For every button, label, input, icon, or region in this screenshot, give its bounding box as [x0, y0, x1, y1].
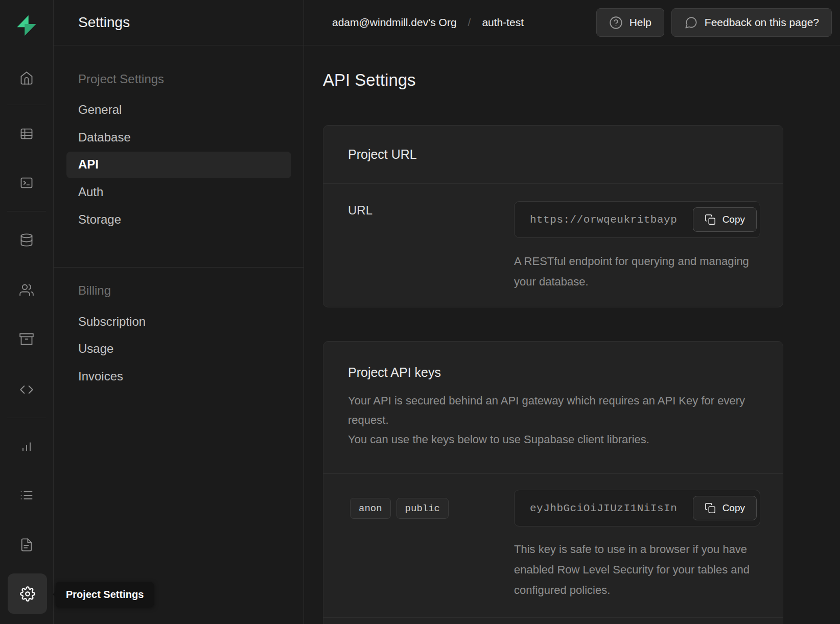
anon-key-value: eyJhbGciOiJIUzI1NiIsIn: [515, 502, 677, 514]
speech-bubble-icon: [684, 16, 698, 30]
nav-item-auth[interactable]: Auth: [78, 185, 103, 199]
project-url-value: https://orwqeukritbayp: [515, 214, 677, 226]
settings-gear-icon[interactable]: [8, 573, 47, 614]
nav-item-general[interactable]: General: [78, 103, 122, 117]
copy-anon-key-button[interactable]: Copy: [693, 496, 757, 520]
nav-header: Settings: [54, 0, 304, 45]
api-keys-intro-2: You can use the keys below to use Supaba…: [348, 430, 763, 449]
nav-active-highlight: [66, 152, 291, 178]
help-button-label: Help: [629, 16, 651, 29]
nav-item-invoices[interactable]: Invoices: [78, 369, 123, 383]
auth-users-icon[interactable]: [12, 276, 41, 304]
copy-url-button[interactable]: Copy: [693, 207, 757, 232]
api-keys-card-title: Project API keys: [348, 365, 441, 380]
nav-section-project-settings: Project Settings: [78, 72, 164, 86]
feedback-button[interactable]: Feedback on this page?: [671, 8, 832, 37]
copy-url-label: Copy: [722, 214, 745, 225]
icon-rail: [0, 0, 54, 624]
project-api-keys-card: Project API keys Your API is secured beh…: [323, 341, 783, 624]
breadcrumb-org[interactable]: adam@windmill.dev's Org: [332, 16, 457, 29]
logs-list-icon[interactable]: [12, 481, 41, 510]
project-url-card-header: Project URL: [323, 126, 783, 184]
tooltip-label: Project Settings: [66, 589, 144, 601]
help-button[interactable]: Help: [596, 8, 664, 37]
api-keys-card-header: Project API keys Your API is secured beh…: [323, 342, 783, 474]
rail-divider: [7, 211, 46, 211]
nav-title: Settings: [78, 14, 130, 31]
database-icon[interactable]: [12, 226, 41, 254]
functions-code-icon[interactable]: [12, 375, 41, 404]
copy-icon: [705, 502, 716, 514]
nav-item-api[interactable]: API: [78, 157, 99, 172]
anon-key-input[interactable]: eyJhbGciOiJIUzI1NiIsIn Copy: [514, 490, 760, 526]
nav-item-subscription[interactable]: Subscription: [78, 315, 146, 329]
api-keys-intro-1: Your API is secured behind an API gatewa…: [348, 391, 763, 430]
rail-divider: [7, 418, 46, 418]
nav-divider: [54, 267, 304, 268]
anon-badge: anon: [350, 498, 391, 519]
project-url-input[interactable]: https://orwqeukritbayp Copy: [514, 201, 760, 238]
settings-nav-panel: Settings Project Settings General Databa…: [54, 0, 304, 624]
supabase-logo[interactable]: [14, 13, 39, 38]
nav-item-database[interactable]: Database: [78, 130, 131, 145]
docs-file-icon[interactable]: [12, 531, 41, 559]
breadcrumb-separator: /: [468, 16, 471, 29]
main-header: adam@windmill.dev's Org / auth-test Help…: [304, 0, 840, 45]
page-title: API Settings: [323, 70, 416, 90]
feedback-button-label: Feedback on this page?: [705, 16, 819, 29]
sql-terminal-icon[interactable]: [12, 169, 41, 197]
home-icon[interactable]: [12, 64, 41, 92]
nav-item-storage[interactable]: Storage: [78, 212, 121, 227]
copy-icon: [705, 214, 716, 225]
project-settings-tooltip: Project Settings: [56, 582, 154, 607]
anon-key-row: anon public eyJhbGciOiJIUzI1NiIsIn Copy …: [323, 474, 783, 618]
rail-divider: [7, 105, 46, 105]
reports-chart-icon[interactable]: [12, 431, 41, 460]
breadcrumb-project[interactable]: auth-test: [482, 16, 524, 29]
nav-section-billing: Billing: [78, 283, 111, 298]
public-badge: public: [396, 498, 449, 519]
table-editor-icon[interactable]: [12, 119, 41, 148]
copy-anon-key-label: Copy: [722, 502, 745, 514]
help-circle-icon: [609, 16, 623, 30]
anon-key-note: This key is safe to use in a browser if …: [514, 539, 772, 601]
storage-archive-icon[interactable]: [12, 325, 41, 353]
project-url-card-title: Project URL: [348, 147, 417, 162]
url-description: A RESTful endpoint for querying and mana…: [514, 251, 749, 292]
project-url-card: Project URL URL https://orwqeukritbayp C…: [323, 125, 783, 307]
main-content: adam@windmill.dev's Org / auth-test Help…: [304, 0, 840, 624]
nav-item-usage[interactable]: Usage: [78, 342, 113, 356]
url-field-label: URL: [348, 203, 372, 218]
